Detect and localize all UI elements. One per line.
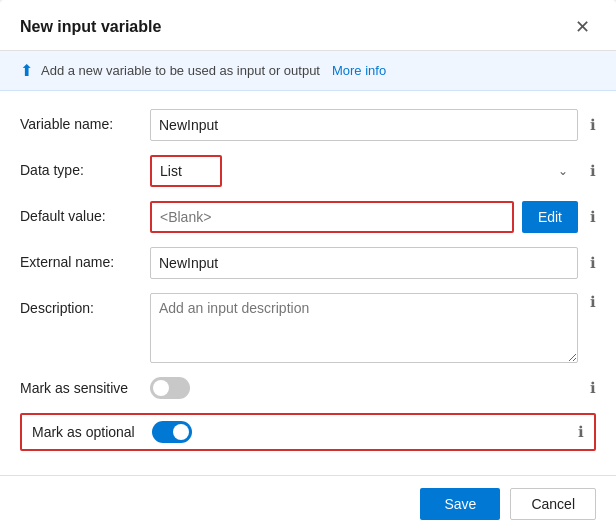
external-name-label: External name: bbox=[20, 247, 150, 270]
cancel-button[interactable]: Cancel bbox=[510, 488, 596, 520]
description-row: Description: ℹ bbox=[20, 293, 596, 363]
dialog-footer: Save Cancel bbox=[0, 475, 616, 529]
info-bar-text: Add a new variable to be used as input o… bbox=[41, 63, 320, 78]
default-value-info-icon: ℹ bbox=[590, 208, 596, 226]
data-type-info-icon: ℹ bbox=[590, 162, 596, 180]
external-name-row: External name: ℹ bbox=[20, 247, 596, 279]
dialog-title: New input variable bbox=[20, 18, 161, 36]
mark-optional-info-icon: ℹ bbox=[578, 423, 584, 441]
chevron-down-icon: ⌄ bbox=[558, 164, 568, 178]
mark-sensitive-row: Mark as sensitive ℹ bbox=[20, 377, 596, 399]
default-value-input[interactable] bbox=[150, 201, 514, 233]
more-info-link[interactable]: More info bbox=[332, 63, 386, 78]
default-value-controls: Edit ℹ bbox=[150, 201, 596, 233]
variable-name-input[interactable] bbox=[150, 109, 578, 141]
upload-icon: ⬆ bbox=[20, 61, 33, 80]
mark-optional-slider bbox=[152, 421, 192, 443]
info-bar: ⬆ Add a new variable to be used as input… bbox=[0, 51, 616, 91]
data-type-controls: List Text Boolean Number Date ⌄ ℹ bbox=[150, 155, 596, 187]
data-type-select-wrap: List Text Boolean Number Date ⌄ bbox=[150, 155, 578, 187]
description-info-icon: ℹ bbox=[590, 293, 596, 311]
mark-sensitive-slider bbox=[150, 377, 190, 399]
variable-name-info-icon: ℹ bbox=[590, 116, 596, 134]
external-name-input[interactable] bbox=[150, 247, 578, 279]
mark-optional-row: Mark as optional ℹ bbox=[20, 413, 596, 451]
default-value-row: Default value: Edit ℹ bbox=[20, 201, 596, 233]
edit-button[interactable]: Edit bbox=[522, 201, 578, 233]
variable-name-label: Variable name: bbox=[20, 109, 150, 132]
variable-name-row: Variable name: ℹ bbox=[20, 109, 596, 141]
description-controls: ℹ bbox=[150, 293, 596, 363]
description-label: Description: bbox=[20, 293, 150, 316]
mark-sensitive-label: Mark as sensitive bbox=[20, 380, 150, 396]
mark-optional-toggle[interactable] bbox=[152, 421, 192, 443]
external-name-controls: ℹ bbox=[150, 247, 596, 279]
data-type-select[interactable]: List Text Boolean Number Date bbox=[150, 155, 222, 187]
mark-sensitive-info-icon: ℹ bbox=[590, 379, 596, 397]
description-textarea[interactable] bbox=[150, 293, 578, 363]
mark-optional-label: Mark as optional bbox=[32, 424, 152, 440]
data-type-row: Data type: List Text Boolean Number Date… bbox=[20, 155, 596, 187]
mark-sensitive-toggle[interactable] bbox=[150, 377, 190, 399]
variable-name-controls: ℹ bbox=[150, 109, 596, 141]
external-name-info-icon: ℹ bbox=[590, 254, 596, 272]
save-button[interactable]: Save bbox=[420, 488, 500, 520]
dialog-header: New input variable ✕ bbox=[0, 0, 616, 51]
mark-optional-controls: ℹ bbox=[152, 421, 584, 443]
close-button[interactable]: ✕ bbox=[569, 16, 596, 38]
new-input-variable-dialog: New input variable ✕ ⬆ Add a new variabl… bbox=[0, 0, 616, 529]
default-value-label: Default value: bbox=[20, 201, 150, 224]
dialog-body: Variable name: ℹ Data type: List Text Bo… bbox=[0, 91, 616, 475]
data-type-label: Data type: bbox=[20, 155, 150, 178]
mark-sensitive-toggle-wrap: ℹ bbox=[150, 377, 596, 399]
